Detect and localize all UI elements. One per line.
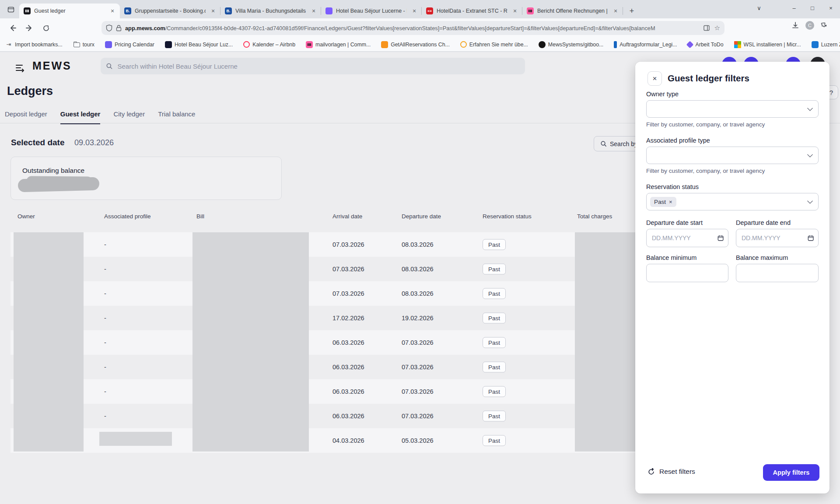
lock-icon[interactable] [116,25,122,32]
associated-profile-cell: - [104,290,106,297]
url-bar[interactable]: app.mews.com/Commander/c09135f4-b0de-430… [102,21,724,35]
bookmark-item[interactable]: ⇥ Import bookmarks... [5,41,63,48]
departure-date-cell: 07.03.2026 [402,364,434,371]
tab-list-chevron-icon[interactable]: ∨ [750,0,768,15]
mews-logo[interactable]: MEWS [32,60,72,72]
balance-min-input-wrap [646,264,728,282]
back-icon[interactable] [6,21,19,35]
chip-remove-icon[interactable]: × [669,199,672,205]
tab-trial-balance[interactable]: Trial balance [158,110,195,124]
bookmark-label: mailvorlagen | Comm... [315,42,371,48]
shield-icon[interactable] [106,24,112,32]
bookmark-label: MewsSystems/gitboo... [548,42,603,48]
reservation-status-chip[interactable]: Past× [650,197,676,207]
browser-tab[interactable]: Guest ledger × [19,4,120,18]
outstanding-balance-card: Outstanding balance [10,157,282,200]
browser-tab[interactable]: «» HotelData - Extranet STC - Rese × [422,4,522,18]
browser-tabs: Guest ledger × B. Gruppenstartseite - Bo… [19,4,638,18]
tab-close-icon[interactable]: × [612,7,620,15]
browser-tab[interactable]: Hotel Beau Séjour Lucerne - Ro × [321,4,422,18]
chevron-down-icon [807,152,813,158]
bookmark-item[interactable]: WSL installieren | Micr... [734,41,801,48]
departure-start-label: Departure date start [646,219,703,226]
tab-title: Villa Maria - Buchungsdetails [235,8,306,14]
url-host: app.mews.com [125,25,165,32]
bookmark-item[interactable]: Luzern Zentrum - Kant... [812,41,840,48]
bookmark-star-icon[interactable]: ☆ [714,24,720,32]
associated-profile-label: Associated profile type [646,137,710,144]
browser-tab[interactable]: Bericht Offene Rechnungen | Co × [522,4,623,18]
tab-close-icon[interactable]: × [108,7,116,15]
owner-type-label: Owner type [646,91,679,98]
arrival-date-cell: 06.03.2026 [332,413,364,420]
close-window-button[interactable]: × [822,0,840,15]
departure-start-input[interactable] [651,234,718,242]
menu-toggle-icon[interactable] [15,63,25,72]
bookmark-label: Erfahren Sie mehr übe... [469,42,528,48]
screen: Guest ledger × B. Gruppenstartseite - Bo… [0,0,840,504]
app-search-bar[interactable] [101,58,525,74]
chevron-down-icon [807,105,813,111]
balance-max-input[interactable] [741,269,814,277]
status-badge: Past [483,435,506,446]
tab-deposit-ledger[interactable]: Deposit ledger [5,110,47,124]
bookmark-item[interactable]: Pricing Calendar [105,41,154,48]
app-search-input[interactable] [117,62,520,70]
tab-actions-icon[interactable] [5,4,17,15]
associated-profile-select[interactable] [646,147,819,164]
balance-min-input[interactable] [651,269,724,277]
reservation-status-cell: Past [483,337,506,348]
reading-list-icon[interactable] [703,24,710,32]
browser-tab[interactable]: B. Villa Maria - Buchungsdetails × [220,4,321,18]
tab-city-ledger[interactable]: City ledger [113,110,145,124]
minimize-button[interactable]: – [785,0,803,15]
bookmark-label: Hotel Beau Séjour Luz... [175,42,233,48]
selected-date-value[interactable]: 09.03.2026 [74,138,114,147]
new-tab-button[interactable]: + [626,5,638,17]
associated-profile-cell: - [104,241,106,248]
reset-filters-button[interactable]: Reset filters [644,464,699,479]
bookmark-item[interactable]: Erfahren Sie mehr übe... [460,41,528,48]
maximize-button[interactable]: □ [803,0,822,15]
status-badge: Past [483,264,506,275]
close-icon[interactable]: × [648,71,662,86]
tab-guest-ledger[interactable]: Guest ledger [60,110,101,124]
tab-close-icon[interactable]: × [310,7,318,15]
browser-toolbar: app.mews.com/Commander/c09135f4-b0de-430… [0,18,840,38]
bookmark-label: Import bookmarks... [15,42,63,48]
bookmark-item[interactable]: Arbeit ToDo [687,42,723,48]
forward-icon[interactable] [23,21,36,35]
owner-type-select[interactable] [646,100,819,118]
tab-close-icon[interactable]: × [410,7,418,15]
departure-date-cell: 08.03.2026 [402,241,434,248]
tab-favicon: «» [426,7,433,14]
departure-end-input[interactable] [741,234,808,242]
tab-close-icon[interactable]: × [209,7,217,15]
reload-icon[interactable] [39,21,52,35]
bookmark-item[interactable]: Hotel Beau Séjour Luz... [165,41,233,48]
bookmark-item[interactable]: GetAllReservations Ch... [381,41,450,48]
arrival-date-cell: 07.03.2026 [332,290,364,297]
column-header: Arrival date [332,213,362,220]
bookmark-item[interactable]: MewsSystems/gitboo... [539,41,603,48]
browser-tab[interactable]: B. Gruppenstartseite - Booking.cor × [120,4,220,18]
reservation-status-select[interactable]: Past× [646,193,819,210]
status-badge: Past [483,239,506,250]
bookmark-favicon [460,41,467,48]
bookmark-item[interactable]: tourx [73,41,94,48]
bookmark-item[interactable]: Auftragsformular_Legi... [614,41,677,48]
departure-date-cell: 05.03.2026 [402,437,434,444]
extensions-puzzle-icon[interactable] [820,22,828,29]
calendar-icon [718,234,724,242]
downloads-icon[interactable] [791,21,799,29]
bookmark-item[interactable]: mailvorlagen | Comm... [306,41,371,48]
bookmark-item[interactable]: Kalender – Airbnb [243,41,295,48]
tab-title: Bericht Offene Rechnungen | Co [537,8,608,14]
url-path: /Commander/c09135f4-b0de-4307-92c1-ad740… [165,25,655,32]
tab-title: Gruppenstartseite - Booking.cor [135,8,206,14]
apply-filters-button[interactable]: Apply filters [763,464,819,481]
bookmark-favicon: ⇥ [5,41,12,48]
status-badge: Past [483,313,506,324]
extension-badge-icon[interactable]: C [805,21,814,30]
tab-close-icon[interactable]: × [511,7,519,15]
